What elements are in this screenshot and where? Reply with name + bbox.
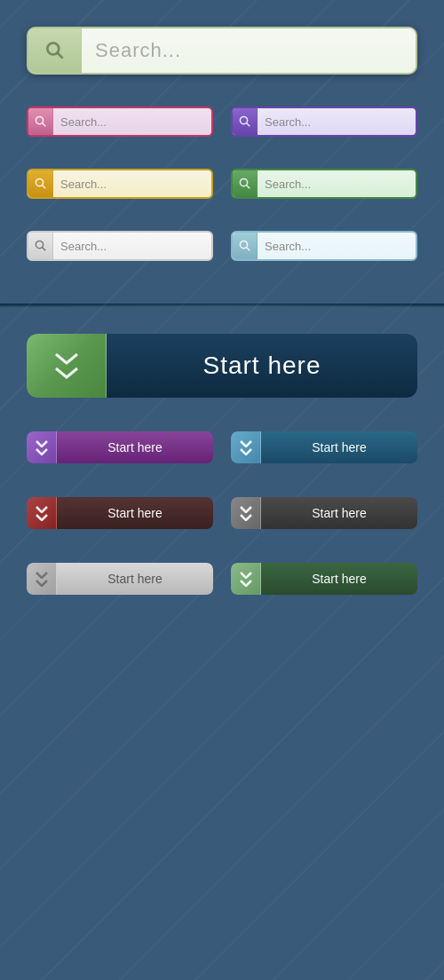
svg-line-3 (42, 123, 45, 127)
chevron-down-icon-silver (36, 572, 48, 587)
btn-label-red: Start here (107, 506, 162, 520)
btn-row-1: Start here Start here (27, 431, 417, 463)
search-bar-pink[interactable]: Search... (27, 107, 213, 137)
btn-purple[interactable]: Start here (27, 431, 213, 463)
svg-line-11 (42, 248, 45, 251)
search-input-area[interactable]: Search... (82, 28, 416, 73)
search-icon-wrap-purple (233, 108, 258, 135)
btn-icon-wrap-red (27, 497, 57, 529)
btn-label-teal: Start here (312, 440, 366, 454)
svg-point-6 (36, 178, 43, 186)
search-bar-green[interactable]: Search... (231, 169, 417, 199)
btn-icon-wrap-gray (231, 497, 261, 529)
search-icon-white (33, 238, 49, 254)
svg-point-2 (36, 116, 43, 123)
search-placeholder-teal: Search... (258, 240, 311, 253)
svg-line-5 (246, 123, 250, 127)
large-search-bar[interactable]: Search... (27, 27, 417, 75)
btn-icon-wrap-teal (231, 431, 261, 463)
search-icon-wrap-green (233, 170, 258, 197)
search-row-2: Search... Search... (27, 169, 417, 199)
large-search-row: Search... (27, 27, 417, 75)
svg-point-12 (240, 241, 247, 248)
svg-line-7 (42, 186, 45, 189)
btn-label-green: Start here (312, 572, 366, 586)
search-placeholder-gold: Search... (53, 178, 107, 191)
search-bar-gold[interactable]: Search... (27, 169, 213, 199)
large-btn-row: Start here (27, 334, 417, 398)
svg-point-0 (47, 43, 59, 54)
top-section: Search... Search... Search... (0, 0, 444, 304)
btn-silver[interactable]: Start here (27, 563, 213, 595)
search-bar-teal[interactable]: Search... (231, 231, 417, 261)
search-row-1: Search... Search... (27, 107, 417, 137)
btn-icon-wrap-large (27, 334, 107, 398)
search-icon-wrap-gold (28, 170, 53, 197)
btn-label-wrap-red: Start here (57, 497, 213, 529)
svg-line-1 (57, 53, 62, 59)
search-bar-white[interactable]: Search... (27, 231, 213, 261)
search-placeholder-purple: Search... (258, 115, 311, 129)
svg-point-4 (240, 116, 247, 123)
btn-label-wrap-silver: Start here (57, 563, 213, 595)
svg-point-10 (36, 241, 43, 248)
search-placeholder-pink: Search... (53, 115, 107, 129)
search-icon-gold (33, 176, 49, 192)
btn-row-3: Start here Start here (27, 563, 417, 595)
search-placeholder-large: Search... (95, 39, 181, 62)
search-placeholder-green: Search... (258, 178, 311, 191)
svg-line-13 (246, 248, 250, 251)
search-icon-wrap-pink (28, 108, 53, 135)
btn-gray[interactable]: Start here (231, 497, 417, 529)
search-icon-wrap-white (28, 233, 53, 259)
btn-label-silver: Start here (107, 572, 162, 586)
btn-label-wrap-large: Start here (107, 334, 417, 398)
chevron-down-icon-teal (240, 440, 252, 455)
svg-line-9 (246, 186, 250, 189)
chevron-down-icon-gray (240, 506, 252, 521)
btn-label-wrap-green: Start here (261, 563, 417, 595)
btn-teal[interactable]: Start here (231, 431, 417, 463)
search-row-3: Search... Search... (27, 231, 417, 261)
btn-icon-wrap-green (231, 563, 261, 595)
search-bar-purple[interactable]: Search... (231, 107, 417, 137)
chevron-down-icon-large (54, 352, 79, 379)
search-icon-wrap (28, 28, 82, 73)
btn-label-wrap-purple: Start here (57, 431, 213, 463)
search-icon-purple (237, 114, 253, 130)
btn-label-large: Start here (203, 352, 321, 380)
btn-label-purple: Start here (107, 440, 162, 454)
btn-label-wrap-gray: Start here (261, 497, 417, 529)
btn-label-wrap-teal: Start here (261, 431, 417, 463)
btn-red[interactable]: Start here (27, 497, 213, 529)
chevron-down-icon-red (36, 506, 48, 521)
btn-row-2: Start here Start here (27, 497, 417, 529)
search-icon-green (237, 176, 253, 192)
search-icon-pink (33, 114, 49, 130)
svg-point-8 (240, 178, 247, 186)
bottom-section: Start here Start here (0, 307, 444, 639)
chevron-down-icon-green (240, 572, 252, 587)
search-placeholder-white: Search... (53, 240, 107, 253)
btn-label-gray: Start here (312, 506, 366, 520)
btn-green[interactable]: Start here (231, 563, 417, 595)
search-icon-teal (237, 238, 253, 254)
btn-icon-wrap-silver (27, 563, 57, 595)
search-icon-wrap-teal (233, 233, 258, 259)
btn-icon-wrap-purple (27, 431, 57, 463)
large-start-button[interactable]: Start here (27, 334, 417, 398)
chevron-down-icon-purple (36, 440, 48, 455)
search-icon-large (44, 39, 67, 62)
